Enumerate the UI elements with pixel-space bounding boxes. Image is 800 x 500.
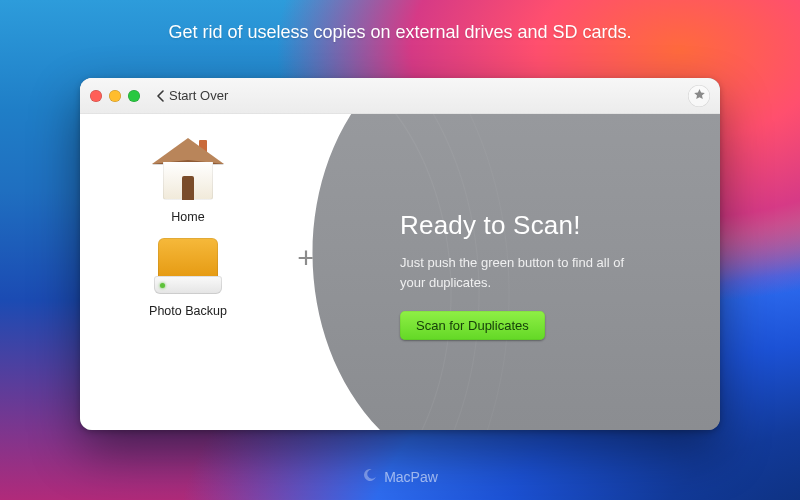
- ready-title: Ready to Scan!: [400, 210, 690, 241]
- source-item-home[interactable]: Home: [149, 138, 227, 224]
- star-icon: [693, 87, 706, 105]
- zoom-window-button[interactable]: [128, 90, 140, 102]
- home-folder-icon: [149, 138, 227, 204]
- brand-footer: MacPaw: [0, 467, 800, 486]
- start-over-label: Start Over: [169, 88, 228, 103]
- favorite-button[interactable]: [688, 85, 710, 107]
- ready-subtitle: Just push the green button to find all o…: [400, 253, 630, 293]
- chevron-left-icon: [156, 90, 165, 102]
- macpaw-logo-icon: [362, 467, 378, 486]
- window-controls: [90, 90, 140, 102]
- marketing-tagline: Get rid of useless copies on external dr…: [0, 22, 800, 43]
- source-label: Home: [171, 210, 204, 224]
- scan-for-duplicates-button[interactable]: Scan for Duplicates: [400, 311, 545, 340]
- titlebar: Start Over: [80, 78, 720, 114]
- brand-name: MacPaw: [384, 469, 438, 485]
- app-window: Ready to Scan! Just push the green butto…: [80, 78, 720, 430]
- source-item-drive[interactable]: Photo Backup: [149, 234, 227, 318]
- start-over-button[interactable]: Start Over: [156, 88, 228, 103]
- source-label: Photo Backup: [149, 304, 227, 318]
- external-drive-icon: [152, 234, 224, 298]
- minimize-window-button[interactable]: [109, 90, 121, 102]
- close-window-button[interactable]: [90, 90, 102, 102]
